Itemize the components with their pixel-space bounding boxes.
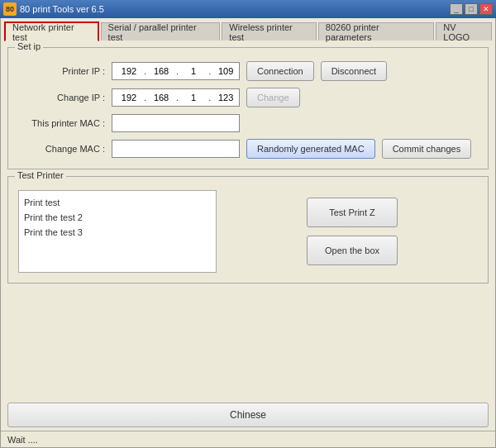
change-ip-o2[interactable] bbox=[148, 93, 174, 102]
status-text: Wait .... bbox=[7, 435, 38, 445]
change-ip-o3[interactable] bbox=[180, 93, 207, 102]
set-ip-title: Set ip bbox=[15, 41, 43, 51]
printer-ip-o4[interactable] bbox=[212, 66, 239, 76]
test-action-buttons: Test Print Z Open the box bbox=[227, 190, 478, 273]
test-printer-title: Test Printer bbox=[15, 170, 66, 180]
minimize-button[interactable]: _ bbox=[450, 3, 463, 15]
test-print-button[interactable]: Test Print Z bbox=[307, 198, 398, 227]
window-controls: _ □ ✕ bbox=[450, 3, 493, 15]
tab-wireless[interactable]: Wireless printer test bbox=[222, 22, 316, 41]
tab-params[interactable]: 80260 printer parameters bbox=[318, 22, 435, 41]
printer-ip-label: Printer IP : bbox=[18, 66, 105, 76]
this-mac-row: This printer MAC : bbox=[18, 114, 478, 132]
maximize-button[interactable]: □ bbox=[465, 3, 478, 15]
window-title: 80 print Tools ver 6.5 bbox=[20, 4, 104, 14]
open-box-button[interactable]: Open the box bbox=[307, 236, 398, 265]
change-ip-button[interactable]: Change bbox=[246, 88, 300, 107]
status-bar: Wait .... bbox=[1, 431, 495, 447]
close-button[interactable]: ✕ bbox=[479, 3, 493, 15]
printer-ip-o1[interactable] bbox=[116, 66, 142, 76]
chinese-button[interactable]: Chinese bbox=[7, 403, 489, 427]
set-ip-group: Set ip Printer IP : . . . Connection bbox=[7, 47, 489, 169]
change-mac-label: Change MAC : bbox=[18, 144, 105, 154]
commit-changes-button[interactable]: Commit changes bbox=[382, 139, 472, 159]
test-printer-group: Test Printer Print test Print the test 2… bbox=[7, 176, 489, 284]
printer-ip-input[interactable]: . . . bbox=[112, 62, 240, 80]
this-mac-input[interactable] bbox=[112, 114, 240, 132]
tab-network[interactable]: Network printer test bbox=[4, 21, 99, 41]
main-window: Network printer test Serial / parallel p… bbox=[0, 18, 496, 448]
connection-button[interactable]: Connection bbox=[246, 61, 314, 81]
printer-ip-o3[interactable] bbox=[180, 66, 207, 76]
change-ip-input[interactable]: . . . bbox=[112, 88, 240, 107]
random-mac-button[interactable]: Randomly generated MAC bbox=[246, 139, 375, 159]
this-mac-label: This printer MAC : bbox=[18, 118, 105, 128]
tab-bar: Network printer test Serial / parallel p… bbox=[1, 18, 495, 41]
bottom-area: Chinese bbox=[1, 399, 495, 431]
change-mac-row: Change MAC : Randomly generated MAC Comm… bbox=[18, 139, 478, 159]
change-ip-row: Change IP : . . . Change bbox=[18, 88, 478, 107]
test-list: Print test Print the test 2 Print the te… bbox=[18, 190, 217, 273]
app-icon: 80 bbox=[3, 2, 17, 16]
list-item[interactable]: Print the test 3 bbox=[24, 226, 211, 239]
list-item[interactable]: Print the test 2 bbox=[24, 211, 211, 224]
change-ip-o1[interactable] bbox=[116, 93, 142, 102]
title-bar: 80 80 print Tools ver 6.5 _ □ ✕ bbox=[0, 0, 496, 18]
printer-ip-o2[interactable] bbox=[148, 66, 174, 76]
disconnect-button[interactable]: Disconnect bbox=[321, 61, 387, 81]
printer-ip-row: Printer IP : . . . Connection Disconnect bbox=[18, 61, 478, 81]
tab-content: Set ip Printer IP : . . . Connection bbox=[1, 41, 495, 399]
tab-logo[interactable]: NV LOGO bbox=[436, 22, 492, 41]
list-item[interactable]: Print test bbox=[24, 196, 211, 209]
tab-serial[interactable]: Serial / parallel printer test bbox=[101, 22, 221, 41]
change-ip-label: Change IP : bbox=[18, 93, 105, 102]
change-mac-input[interactable] bbox=[112, 140, 240, 158]
change-ip-o4[interactable] bbox=[212, 93, 239, 102]
